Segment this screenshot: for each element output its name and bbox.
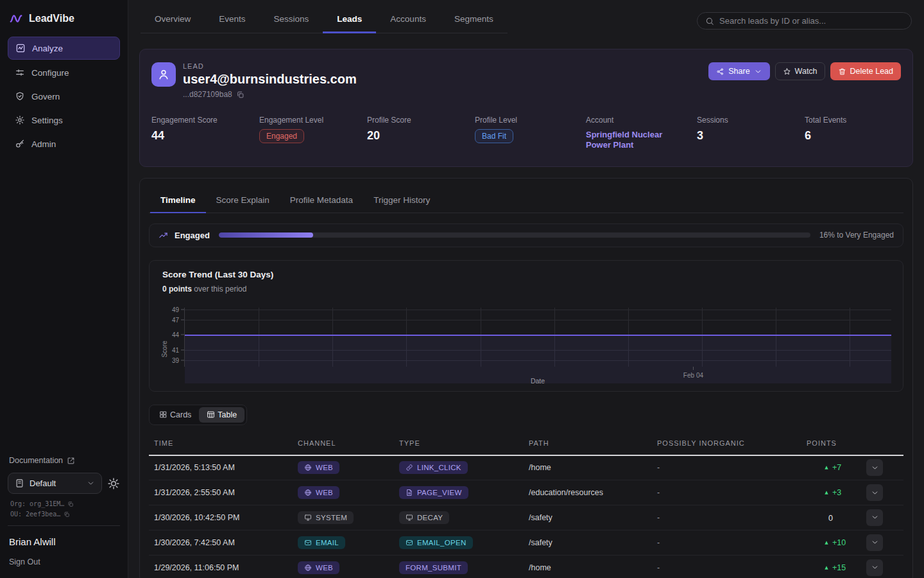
lead-detail-card: Timeline Score Explain Profile Metadata … — [139, 178, 913, 578]
events-table-body: 1/31/2026, 5:13:50 AM WEB LINK_CLICK /ho… — [149, 456, 903, 578]
top-nav-tabs: Overview Events Sessions Leads Accounts … — [141, 1, 508, 33]
channel-badge: SYSTEM — [298, 511, 354, 524]
channel-badge: WEB — [298, 486, 339, 499]
triangle-up-icon — [823, 539, 830, 546]
event-time: 1/31/2026, 5:13:50 AM — [154, 463, 298, 472]
chart-xaxis: Date Feb 04 — [184, 367, 891, 383]
chevron-down-icon — [871, 538, 879, 547]
tab-leads[interactable]: Leads — [323, 1, 376, 33]
account-link[interactable]: Springfield Nuclear Power Plant — [586, 130, 697, 151]
person-icon — [157, 68, 170, 81]
tab-timeline[interactable]: Timeline — [150, 186, 206, 213]
y-tick: 44 — [172, 331, 184, 338]
expand-row-button[interactable] — [866, 534, 883, 551]
table-icon — [207, 410, 215, 419]
copy-icon[interactable] — [67, 501, 74, 507]
col-points: POINTS — [807, 439, 866, 447]
event-path: /safety — [529, 513, 657, 522]
event-path: /safety — [529, 538, 657, 547]
table-view-button[interactable]: Table — [199, 407, 244, 423]
share-button[interactable]: Share — [708, 62, 769, 80]
sidebar-item-configure[interactable]: Configure — [8, 62, 120, 83]
sidebar-item-settings[interactable]: Settings — [8, 109, 120, 131]
content: LEAD user4@burnsindustries.com ...d82710… — [128, 33, 924, 578]
sidebar-item-label: Configure — [31, 68, 69, 78]
score-trend-card: Score Trend (Last 30 Days) 0 points over… — [149, 260, 903, 392]
monitor-icon — [304, 514, 312, 521]
search-input[interactable] — [719, 16, 903, 26]
chart-yticks: 4947444139 — [166, 308, 184, 367]
y-tick: 47 — [172, 316, 184, 323]
chevron-down-icon — [871, 464, 879, 472]
event-path: /home — [529, 563, 657, 572]
event-inorganic: - — [657, 563, 807, 572]
copy-icon[interactable] — [236, 91, 244, 99]
link-icon — [406, 464, 413, 471]
points-delta: +10 — [823, 538, 846, 547]
sidebar-item-label: Govern — [31, 92, 60, 101]
app: LeadVibe Analyze Configure Govern Settin… — [0, 0, 924, 578]
expand-row-button[interactable] — [866, 559, 883, 576]
environment-select[interactable]: Default — [8, 473, 102, 494]
tab-profile-metadata[interactable]: Profile Metadata — [280, 186, 363, 213]
chart-ylabel: Score — [156, 308, 166, 383]
watch-button[interactable]: Watch — [775, 62, 825, 80]
triangle-up-icon — [823, 565, 830, 571]
type-badge: PAGE_VIEW — [399, 486, 468, 499]
stat-total-events: Total Events 6 — [805, 116, 912, 151]
profile-level-badge: Bad Fit — [475, 129, 513, 143]
expand-row-button[interactable] — [866, 484, 883, 501]
expand-row-button[interactable] — [866, 509, 883, 526]
tab-accounts[interactable]: Accounts — [376, 1, 440, 33]
channel-badge: WEB — [298, 561, 339, 574]
tab-trigger-history[interactable]: Trigger History — [363, 186, 440, 213]
tab-events[interactable]: Events — [205, 1, 259, 33]
lead-header-card: LEAD user4@burnsindustries.com ...d82710… — [139, 49, 913, 167]
events-table-header: TIME CHANNEL TYPE PATH POSSIBLY INORGANI… — [149, 434, 903, 456]
environment-selected-value: Default — [30, 478, 56, 488]
engagement-progress: Engaged 16% to Very Engaged — [149, 223, 903, 247]
documentation-link[interactable]: Documentation — [9, 456, 120, 465]
chevron-down-icon — [754, 67, 762, 76]
event-inorganic: - — [657, 538, 807, 547]
delete-lead-button[interactable]: Delete Lead — [830, 62, 901, 80]
type-badge: LINK_CLICK — [399, 461, 468, 474]
share-icon — [716, 67, 724, 76]
file-icon — [406, 489, 413, 496]
expand-row-button[interactable] — [866, 459, 883, 476]
copy-icon[interactable] — [64, 511, 70, 518]
grid-icon — [159, 410, 167, 419]
tab-sessions[interactable]: Sessions — [260, 1, 323, 33]
sidebar-footer: Documentation Default Org: org_31EM… OU:… — [0, 448, 128, 578]
col-type: TYPE — [399, 439, 529, 447]
tab-segments[interactable]: Segments — [440, 1, 508, 33]
chevron-down-icon — [871, 489, 879, 497]
type-badge: FORM_SUBMIT — [399, 561, 468, 574]
tab-overview[interactable]: Overview — [141, 1, 205, 33]
chart-title: Score Trend (Last 30 Days) — [162, 270, 891, 279]
globe-icon — [304, 489, 312, 496]
trash-icon — [838, 67, 846, 76]
events-table: TIME CHANNEL TYPE PATH POSSIBLY INORGANI… — [149, 434, 903, 578]
mail-icon — [304, 539, 312, 547]
topbar: Overview Events Sessions Leads Accounts … — [128, 0, 924, 33]
cards-view-button[interactable]: Cards — [151, 407, 199, 423]
theme-toggle-sun-icon[interactable] — [107, 477, 120, 490]
search-icon — [705, 17, 714, 26]
x-tick: Feb 04 — [683, 372, 703, 379]
engagement-level-badge: Engaged — [259, 129, 304, 143]
tab-score-explain[interactable]: Score Explain — [206, 186, 280, 213]
sidebar-item-govern[interactable]: Govern — [8, 85, 120, 107]
col-possibly-inorganic: POSSIBLY INORGANIC — [657, 439, 807, 447]
analyze-icon — [15, 43, 26, 53]
mail-icon — [406, 539, 413, 547]
sign-out-link[interactable]: Sign Out — [9, 557, 120, 566]
triangle-up-icon — [823, 464, 830, 471]
globe-icon — [304, 564, 312, 572]
sidebar-item-analyze[interactable]: Analyze — [8, 37, 120, 60]
chart-xlabel: Date — [531, 377, 545, 385]
sidebar-item-admin[interactable]: Admin — [8, 133, 120, 155]
score-line — [185, 335, 891, 336]
event-path: /home — [529, 463, 657, 472]
sidebar-item-label: Admin — [31, 139, 56, 149]
